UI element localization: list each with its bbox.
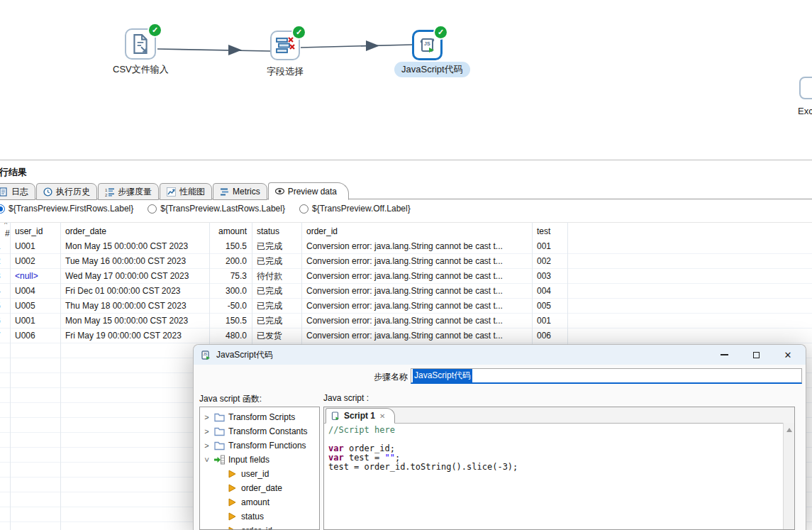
step-javascript[interactable]: JS ✓ <box>412 30 443 60</box>
step-label-javascript[interactable]: JavaScript代码 <box>394 62 470 77</box>
tree-item-amount[interactable]: amount <box>200 495 319 509</box>
success-check-icon: ✓ <box>435 26 447 38</box>
tab-metrics[interactable]: Metrics <box>213 183 267 200</box>
tree-item-order-date[interactable]: order_date <box>200 481 319 495</box>
folder-icon <box>214 441 225 451</box>
column-header[interactable]: status <box>252 223 301 239</box>
column-header[interactable]: user_id <box>10 223 60 239</box>
dialog-scroll-icon: JS <box>201 350 211 360</box>
folder-icon <box>214 412 225 422</box>
step-excel-output-partial[interactable] <box>799 77 812 99</box>
step-name-input[interactable]: JavaScript代码 <box>411 368 802 384</box>
table-cell: 300.0 <box>209 286 252 296</box>
radio-off[interactable]: ${TransPreview.Off.Label} <box>299 204 411 214</box>
tab-step-metrics[interactable]: 1 2 步骤度量 <box>98 183 159 200</box>
radio-unselected-icon <box>148 204 157 214</box>
preview-table-header: ^#user_idorder_dateamountstatusorder_idt… <box>0 222 812 240</box>
field-icon <box>227 497 238 507</box>
radio-last-rows[interactable]: ${TransPreview.LastRows.Label} <box>148 204 285 214</box>
functions-tree-label: Java script 函数: <box>199 393 262 405</box>
table-cell: 已完成 <box>252 300 301 312</box>
table-cell: 3 <box>0 271 10 281</box>
radio-first-rows[interactable]: ${TransPreview.FirstRows.Label} <box>0 204 133 214</box>
tree-item-order-id[interactable]: order_id <box>200 524 319 530</box>
step-label-select-values[interactable]: 字段选择 <box>267 65 304 78</box>
table-cell: U004 <box>10 286 60 296</box>
table-cell: 004 <box>532 286 567 296</box>
table-cell: 5 <box>0 301 10 311</box>
tree-item-label: Transform Scripts <box>228 412 295 422</box>
step-label-csv-input[interactable]: CSV文件输入 <box>113 63 169 76</box>
column-separator <box>60 222 61 530</box>
dialog-titlebar[interactable]: JS JavaScript代码 ✕ <box>194 345 806 365</box>
script-area-label: Java script : <box>323 393 369 403</box>
table-cell: 已完成 <box>252 255 301 267</box>
table-cell: 003 <box>532 271 567 281</box>
tab-log[interactable]: 日志 <box>0 183 35 200</box>
tree-item-transform-functions[interactable]: >Transform Functions <box>200 438 319 453</box>
step-select-values[interactable]: ✓ <box>270 31 300 60</box>
javascript-step-icon: JS <box>418 36 437 55</box>
chevron-collapsed-icon[interactable]: > <box>203 427 211 436</box>
script-tab-icon <box>331 412 340 421</box>
table-cell: Conversion error: java.lang.String canno… <box>301 301 532 311</box>
table-cell: Mon May 15 00:00:00 CST 2023 <box>60 316 209 326</box>
code-scrollbar[interactable] <box>783 423 794 529</box>
tree-item-input-fields[interactable]: >Input fields <box>200 453 319 467</box>
svg-text:JS: JS <box>424 41 430 46</box>
tab-performance-graph[interactable]: 性能图 <box>160 183 212 200</box>
maximize-button[interactable] <box>745 347 767 363</box>
tree-item-transform-constants[interactable]: >Transform Constants <box>200 424 319 438</box>
input-fields-icon <box>214 455 225 465</box>
table-cell: 75.3 <box>209 271 252 281</box>
table-cell: Conversion error: java.lang.String canno… <box>301 286 532 296</box>
select-values-icon <box>275 36 295 55</box>
table-row[interactable]: 5U005Thu May 18 00:00:00 CST 2023-50.0已完… <box>0 299 812 314</box>
table-cell: 1 <box>0 241 10 251</box>
tab-script-1[interactable]: Script 1 ✕ <box>326 408 395 424</box>
table-row[interactable]: 1U001Mon May 15 00:00:00 CST 2023150.5已完… <box>0 239 812 254</box>
table-cell: U001 <box>10 316 60 326</box>
code-area[interactable]: //Script herevar order_id;var test = "";… <box>324 423 784 529</box>
table-cell: U006 <box>10 331 60 341</box>
close-button[interactable]: ✕ <box>777 347 799 363</box>
minimize-icon <box>721 354 728 355</box>
performance-graph-icon <box>167 187 176 197</box>
window-buttons: ✕ <box>713 347 799 363</box>
column-header[interactable]: order_id <box>301 223 532 239</box>
minimize-button[interactable] <box>713 347 735 363</box>
table-cell: Mon May 15 00:00:00 CST 2023 <box>60 241 209 251</box>
script-tab-close-icon[interactable]: ✕ <box>379 412 385 420</box>
tree-item-user-id[interactable]: user_id <box>200 467 319 481</box>
svg-text:2: 2 <box>105 192 108 197</box>
column-header[interactable]: ^# <box>0 223 10 239</box>
table-cell: 480.0 <box>209 331 252 341</box>
maximize-icon <box>753 352 760 358</box>
tree-item-status[interactable]: status <box>200 509 319 524</box>
table-cell: 150.5 <box>209 241 252 251</box>
table-cell: Fri May 19 00:00:00 CST 2023 <box>60 331 209 341</box>
table-row[interactable]: 4U004Fri Dec 01 00:00:00 CST 2023300.0已完… <box>0 284 812 299</box>
table-row[interactable]: 3<null>Wed May 17 00:00:00 CST 202375.3待… <box>0 269 812 284</box>
column-header[interactable]: order_date <box>60 223 209 239</box>
table-cell: 4 <box>0 286 10 296</box>
svg-text:JS: JS <box>204 353 208 356</box>
column-header[interactable]: amount <box>209 223 252 239</box>
table-cell: 200.0 <box>209 256 252 266</box>
tab-preview-data[interactable]: Preview data <box>268 182 349 200</box>
chevron-expanded-icon[interactable]: > <box>203 456 211 464</box>
application-window: ✓ CSV文件输入 ✓ 字段选择 JS ✓ JavaScript代码 Exc 执… <box>0 0 812 530</box>
tab-execution-history[interactable]: 执行历史 <box>36 183 97 200</box>
step-name-label: 步骤名称 <box>368 371 408 383</box>
tree-item-transform-scripts[interactable]: >Transform Scripts <box>200 410 319 424</box>
table-row[interactable]: 2U002Tue May 16 00:00:00 CST 2023200.0已完… <box>0 254 812 269</box>
column-header[interactable]: test <box>532 223 567 239</box>
script-tabbar: Script 1 ✕ <box>324 407 794 424</box>
table-row[interactable]: 6U001Mon May 15 00:00:00 CST 2023150.5已完… <box>0 314 812 329</box>
table-row[interactable]: 7U006Fri May 19 00:00:00 CST 2023480.0已发… <box>0 329 812 343</box>
step-label-excel-output: Exc <box>798 106 812 116</box>
step-csv-input[interactable]: ✓ <box>125 28 156 60</box>
table-cell: Conversion error: java.lang.String canno… <box>301 271 532 281</box>
chevron-collapsed-icon[interactable]: > <box>203 413 211 421</box>
chevron-collapsed-icon[interactable]: > <box>203 441 211 450</box>
